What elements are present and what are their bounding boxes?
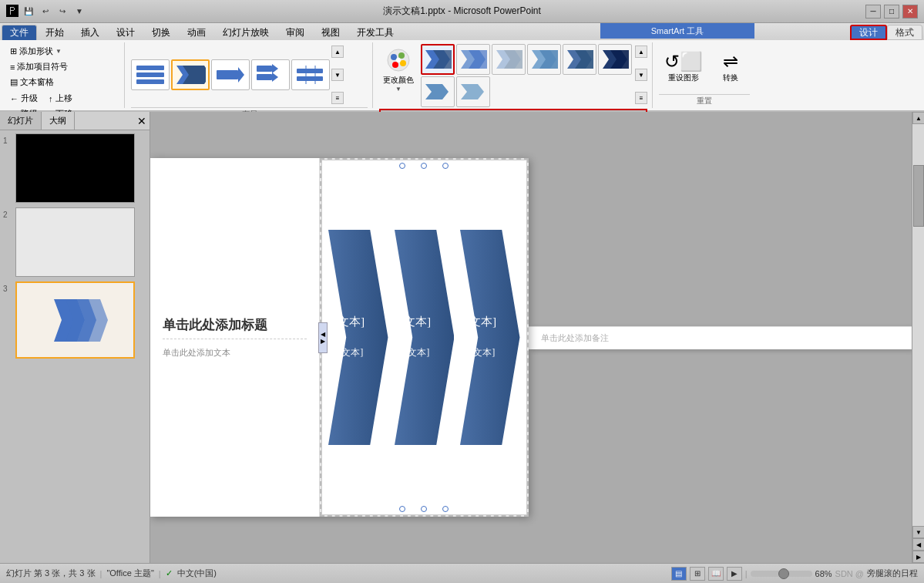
smartart-arrow-2[interactable]: [文本] •[文本] — [393, 168, 456, 507]
layout-dropdown[interactable]: ≡ — [331, 92, 344, 104]
language-check-icon: ✓ — [166, 568, 173, 578]
style-icon-8[interactable] — [456, 76, 490, 107]
smartart-handle-top — [399, 163, 449, 169]
color-change-icon — [384, 45, 413, 75]
customize-qat-btn[interactable]: ▼ — [72, 5, 86, 19]
convert-btn[interactable]: ⇌ 转换 — [711, 44, 750, 90]
text-pane-btn[interactable]: ▤ 文本窗格 — [6, 75, 58, 89]
reset-icon: ↺⬜ — [664, 51, 703, 72]
style-icon-3[interactable] — [492, 44, 526, 75]
color-palette-icon — [385, 46, 412, 74]
slides-panel: 1 2 3 — [0, 130, 150, 563]
save-qat-btn[interactable]: 💾 — [22, 5, 35, 19]
close-btn[interactable]: ✕ — [902, 5, 918, 19]
layout-icon-4[interactable] — [251, 59, 290, 90]
zoom-level: 68% — [815, 569, 832, 578]
layout-scroll-down[interactable]: ▼ — [331, 69, 344, 81]
layout-icon-3[interactable] — [211, 59, 250, 90]
text-pane-icon: ▤ — [10, 77, 18, 87]
scroll-up-btn[interactable]: ▲ — [912, 112, 924, 124]
style-icon-7[interactable] — [421, 76, 455, 107]
minimize-btn[interactable]: ─ — [865, 5, 881, 19]
notes-area[interactable]: 单击此处添加备注 — [529, 326, 912, 349]
sidebar-tab-slides[interactable]: 幻灯片 — [0, 112, 42, 130]
smartart-arrow-3[interactable]: [文本] •[文本] — [459, 168, 522, 507]
undo-qat-btn[interactable]: ↩ — [39, 5, 52, 19]
tab-smartart-design[interactable]: 设计 — [850, 25, 887, 40]
slide-thumb-1[interactable]: 1 — [3, 133, 146, 203]
up-btn[interactable]: ↑ 上移 — [45, 91, 76, 106]
layout-icon-5[interactable] — [291, 59, 330, 90]
tab-smartart-format[interactable]: 格式 — [887, 25, 922, 40]
slide-smartart-area[interactable]: [文本] •[文本] [文本] •[文本] — [320, 158, 529, 517]
vertical-scrollbar[interactable]: ▲ ▼ ◀ ▶ — [912, 112, 924, 563]
style-svg-3 — [495, 45, 522, 73]
add-shape-icon: ⊞ — [10, 46, 17, 56]
reset-shape-btn[interactable]: ↺⬜ 重设图形 — [659, 44, 708, 90]
change-color-btn[interactable]: 更改颜色 ▼ — [379, 44, 418, 94]
style-icon-5[interactable] — [563, 44, 596, 75]
reading-view-btn[interactable]: 📖 — [708, 567, 724, 581]
slide-thumb-2[interactable]: 2 — [3, 207, 146, 277]
upgrade-btn[interactable]: ← 升级 — [6, 91, 42, 106]
scroll-thumb[interactable] — [913, 165, 924, 227]
maximize-btn[interactable]: □ — [884, 5, 899, 19]
tab-transitions[interactable]: 切换 — [143, 25, 179, 40]
style-icon-2[interactable] — [456, 44, 490, 75]
layout-icon-2[interactable] — [171, 59, 210, 90]
convert-icon: ⇌ — [723, 51, 738, 72]
redo-qat-btn[interactable]: ↪ — [55, 5, 69, 19]
layout-scroll-up[interactable]: ▲ — [331, 45, 344, 58]
style-icon-6[interactable] — [598, 44, 632, 75]
tab-review[interactable]: 审阅 — [277, 25, 313, 40]
title-bar-left: 🅿 💾 ↩ ↪ ▼ — [6, 5, 86, 19]
tab-file[interactable]: 文件 — [2, 25, 37, 40]
svg-marker-39 — [328, 230, 388, 445]
tab-developer[interactable]: 开发工具 — [348, 25, 402, 40]
slide-sorter-btn[interactable]: ⊞ — [690, 567, 705, 581]
style-svg-7 — [424, 78, 452, 106]
layout-icon-1[interactable] — [131, 59, 170, 90]
layout-svg-4 — [255, 62, 286, 87]
zoom-slider[interactable] — [751, 571, 812, 577]
sep-3: | — [745, 569, 748, 578]
style-scroll-down[interactable]: ▼ — [635, 69, 647, 81]
scroll-down-btn[interactable]: ▼ — [912, 526, 924, 538]
title-bar-controls: ─ □ ✕ — [865, 5, 918, 19]
slide-thumb-3[interactable]: 3 — [3, 281, 146, 359]
arrow-svg-2: [文本] •[文本] — [395, 177, 454, 498]
tab-insert[interactable]: 插入 — [72, 25, 108, 40]
text-placeholder[interactable]: 单击此处添加文本 — [163, 347, 307, 359]
scroll-right-btn[interactable]: ◀ — [912, 538, 924, 551]
slide-preview-1[interactable] — [15, 133, 135, 203]
panel-collapse-btn[interactable]: ◀▶ — [318, 322, 328, 353]
zoom-thumb[interactable] — [778, 568, 789, 579]
layout-svg-5 — [295, 62, 326, 87]
slide-preview-2[interactable] — [15, 207, 135, 277]
style-scroll-up[interactable]: ▲ — [635, 45, 647, 58]
scroll-track[interactable] — [912, 124, 924, 526]
sep-1: | — [100, 569, 102, 578]
style-dropdown[interactable]: ≡ — [635, 92, 647, 104]
add-bullet-btn[interactable]: ≡ 添加项目符号 — [6, 59, 72, 74]
title-placeholder[interactable]: 单击此处添加标题 — [163, 316, 307, 339]
tab-view[interactable]: 视图 — [313, 25, 348, 40]
style-icon-1[interactable] — [421, 44, 455, 75]
slide-preview-3[interactable] — [15, 281, 135, 359]
style-icon-4[interactable] — [527, 44, 561, 75]
tab-design[interactable]: 设计 — [108, 25, 143, 40]
tab-slideshow[interactable]: 幻灯片放映 — [214, 25, 277, 40]
normal-view-btn[interactable]: ▤ — [671, 567, 687, 581]
smartart-tools-header: SmartArt 工具 — [600, 23, 754, 39]
sidebar-close-btn[interactable]: ✕ — [134, 112, 150, 130]
smartart-arrow-1[interactable]: [文本] •[文本] — [327, 168, 390, 507]
tab-home[interactable]: 开始 — [37, 25, 72, 40]
tab-animations[interactable]: 动画 — [179, 25, 214, 40]
sep-2: | — [159, 569, 161, 578]
sidebar-tab-outline[interactable]: 大纲 — [42, 112, 75, 130]
scroll-left-btn[interactable]: ▶ — [912, 551, 924, 563]
add-shape-btn[interactable]: ⊞ 添加形状 ▼ — [6, 44, 66, 59]
slideshow-btn[interactable]: ▶ — [727, 567, 742, 581]
layout-scroll-btns: ▲ ▼ ≡ — [331, 44, 344, 106]
smartart-style-group: 更改颜色 ▼ — [375, 42, 653, 108]
